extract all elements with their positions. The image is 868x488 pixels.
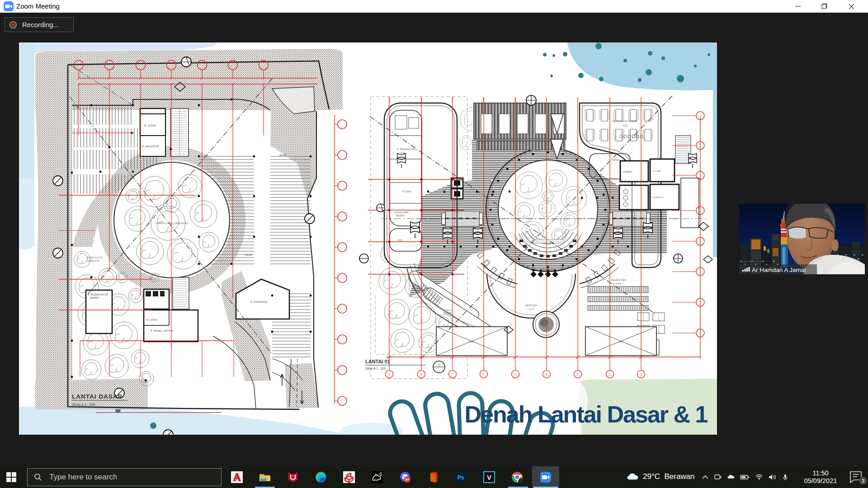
svg-text:+2.70: +2.70 [528,308,534,310]
svg-text:±0.00: ±0.00 [245,253,252,256]
svg-text:HAMPA: HAMPA [468,341,475,343]
svg-text:SKALA 1 : 200: SKALA 1 : 200 [365,367,386,370]
svg-text:SOUVENIR: SOUVENIR [611,282,621,285]
svg-text:TAMAN LIANG MEMORIAL: TAMAN LIANG MEMORIAL [155,222,189,225]
svg-text:GUDANG: GUDANG [623,171,632,173]
svg-text:3: 3 [862,478,864,483]
svg-text:+3.00: +3.00 [622,125,627,127]
svg-text:LANTAI 01: LANTAI 01 [365,359,390,364]
svg-text:HAMPA: HAMPA [618,341,624,343]
svg-text:LOUNGE SEMI: LOUNGE SEMI [394,211,408,214]
svg-text:8: 8 [420,373,422,376]
svg-text:9: 9 [388,373,390,376]
svg-text:R. RESERVOIR AIR: R. RESERVOIR AIR [88,293,108,296]
svg-text:DROP OFF: DROP OFF [525,304,537,307]
svg-text:TAMAN LUANG: TAMAN LUANG [87,256,103,259]
svg-text:RESTAURANT INDOOR: RESTAURANT INDOOR [613,120,637,122]
svg-text:R. AIR KOTOR: R. AIR KOTOR [142,145,159,148]
svg-text:R. KEAMANAN: R. KEAMANAN [250,300,268,303]
svg-text:Denah Lantai Dasar & 1: Denah Lantai Dasar & 1 [465,401,708,427]
svg-text:2: 2 [609,373,611,376]
svg-text:1: 1 [438,363,440,366]
svg-text:9+: 9+ [405,478,409,482]
svg-text:DAPUR: DAPUR [612,159,620,161]
svg-text:6: 6 [483,373,485,376]
svg-text:POS: POS [398,239,403,242]
svg-text:PASAR & TOKO: PASAR & TOKO [611,279,627,282]
svg-text:1: 1 [640,373,642,376]
svg-text:R. PANEL LISTRIK: R. PANEL LISTRIK [150,329,173,332]
svg-text:4: 4 [546,373,547,376]
svg-text:3: 3 [577,373,579,376]
svg-text:R. STAFF: R. STAFF [146,319,158,321]
svg-text:6: 6 [379,472,382,477]
svg-text:7: 7 [452,373,453,376]
svg-text:MUSHOLLA: MUSHOLLA [653,196,663,198]
svg-text:Ps: Ps [458,474,464,481]
svg-text:5: 5 [514,373,516,376]
svg-text:R. PENGELOLAAN: R. PENGELOLAAN [397,148,416,150]
svg-text:Ar Hamdan A Jamal: Ar Hamdan A Jamal [752,267,806,273]
svg-text:SKALA 1 : 250: SKALA 1 : 250 [72,403,96,407]
svg-text:R. STAFF: R. STAFF [144,124,156,127]
svg-text:R. STAFF: R. STAFF [653,170,661,172]
svg-text:BERSIH: BERSIH [90,296,99,299]
svg-text:V: V [487,474,491,481]
svg-text:±0.00: ±0.00 [279,154,287,156]
svg-text:SERBAGUNA: SERBAGUNA [87,260,99,262]
svg-text:STGAIR &: STGAIR & [443,309,452,311]
svg-text:LANTAI DASAR: LANTAI DASAR [72,393,123,400]
svg-text:R. STAFF: R. STAFF [402,191,411,193]
svg-text:PEDESTI: PEDESTI [396,215,405,217]
